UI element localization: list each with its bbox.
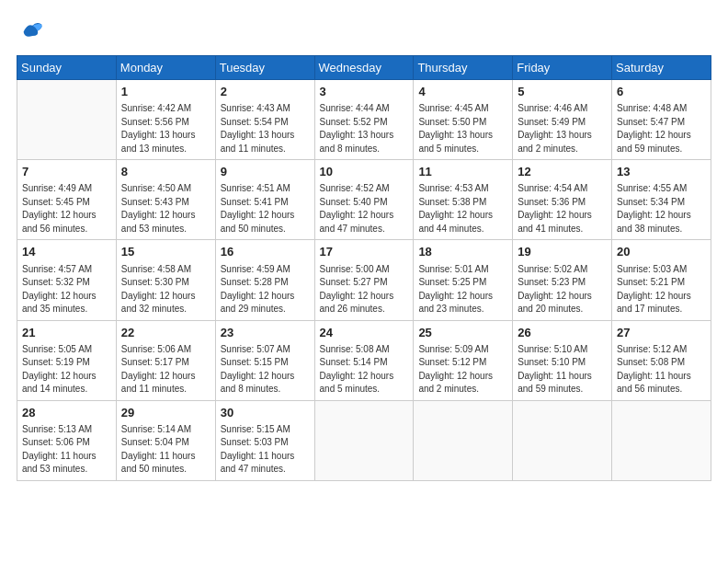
- week-row-1: 1Sunrise: 4:42 AMSunset: 5:56 PMDaylight…: [17, 80, 711, 160]
- day-info: Sunrise: 5:08 AMSunset: 5:14 PMDaylight:…: [320, 343, 409, 396]
- day-info: Sunrise: 4:54 AMSunset: 5:36 PMDaylight:…: [518, 182, 607, 236]
- day-number: 20: [617, 244, 706, 260]
- day-info: Sunrise: 4:43 AMSunset: 5:54 PMDaylight:…: [221, 102, 310, 155]
- day-cell: 25Sunrise: 5:09 AMSunset: 5:12 PMDayligh…: [414, 320, 513, 400]
- day-cell: 21Sunrise: 5:05 AMSunset: 5:19 PMDayligh…: [17, 320, 117, 400]
- day-cell: 27Sunrise: 5:12 AMSunset: 5:08 PMDayligh…: [612, 320, 711, 400]
- weekday-header-sunday: Sunday: [17, 56, 117, 80]
- day-cell: [612, 400, 711, 480]
- day-cell: 10Sunrise: 4:52 AMSunset: 5:40 PMDayligh…: [314, 160, 414, 240]
- day-info: Sunrise: 5:07 AMSunset: 5:15 PMDaylight:…: [221, 343, 310, 396]
- logo-icon: [18, 17, 44, 42]
- day-number: 28: [22, 405, 111, 421]
- day-cell: 8Sunrise: 4:50 AMSunset: 5:43 PMDaylight…: [116, 160, 215, 240]
- day-cell: [414, 400, 513, 480]
- day-number: 7: [22, 164, 111, 180]
- day-info: Sunrise: 5:01 AMSunset: 5:25 PMDaylight:…: [418, 263, 507, 316]
- day-number: 15: [121, 244, 210, 260]
- day-number: 30: [221, 405, 310, 421]
- day-info: Sunrise: 5:10 AMSunset: 5:10 PMDaylight:…: [518, 343, 607, 396]
- day-info: Sunrise: 5:14 AMSunset: 5:04 PMDaylight:…: [121, 423, 210, 477]
- day-cell: 12Sunrise: 4:54 AMSunset: 5:36 PMDayligh…: [513, 160, 612, 240]
- weekday-header-tuesday: Tuesday: [215, 56, 314, 80]
- day-number: 3: [320, 84, 409, 100]
- day-cell: 6Sunrise: 4:48 AMSunset: 5:47 PMDaylight…: [612, 80, 711, 160]
- day-cell: 19Sunrise: 5:02 AMSunset: 5:23 PMDayligh…: [513, 240, 612, 320]
- day-cell: 15Sunrise: 4:58 AMSunset: 5:30 PMDayligh…: [116, 240, 215, 320]
- header: [17, 17, 711, 46]
- day-number: 13: [617, 164, 706, 180]
- day-cell: [17, 80, 117, 160]
- day-number: 5: [518, 84, 607, 100]
- week-row-4: 21Sunrise: 5:05 AMSunset: 5:19 PMDayligh…: [17, 320, 711, 400]
- week-row-5: 28Sunrise: 5:13 AMSunset: 5:06 PMDayligh…: [17, 400, 711, 480]
- day-cell: 9Sunrise: 4:51 AMSunset: 5:41 PMDaylight…: [215, 160, 314, 240]
- day-info: Sunrise: 4:52 AMSunset: 5:40 PMDaylight:…: [320, 182, 409, 236]
- day-number: 11: [418, 164, 507, 180]
- day-cell: 22Sunrise: 5:06 AMSunset: 5:17 PMDayligh…: [116, 320, 215, 400]
- day-number: 16: [221, 244, 310, 260]
- day-info: Sunrise: 5:02 AMSunset: 5:23 PMDaylight:…: [518, 263, 607, 316]
- day-number: 4: [418, 84, 507, 100]
- day-info: Sunrise: 4:49 AMSunset: 5:45 PMDaylight:…: [22, 182, 111, 236]
- day-info: Sunrise: 4:45 AMSunset: 5:50 PMDaylight:…: [418, 102, 507, 155]
- day-info: Sunrise: 4:55 AMSunset: 5:34 PMDaylight:…: [617, 182, 706, 236]
- weekday-header-saturday: Saturday: [612, 56, 711, 80]
- day-info: Sunrise: 4:57 AMSunset: 5:32 PMDaylight:…: [22, 263, 111, 316]
- day-cell: 7Sunrise: 4:49 AMSunset: 5:45 PMDaylight…: [17, 160, 117, 240]
- day-info: Sunrise: 5:03 AMSunset: 5:21 PMDaylight:…: [617, 263, 706, 316]
- day-cell: 18Sunrise: 5:01 AMSunset: 5:25 PMDayligh…: [414, 240, 513, 320]
- day-cell: 11Sunrise: 4:53 AMSunset: 5:38 PMDayligh…: [414, 160, 513, 240]
- day-info: Sunrise: 4:53 AMSunset: 5:38 PMDaylight:…: [418, 182, 507, 236]
- day-info: Sunrise: 4:46 AMSunset: 5:49 PMDaylight:…: [518, 102, 607, 155]
- weekday-header-thursday: Thursday: [414, 56, 513, 80]
- day-info: Sunrise: 5:13 AMSunset: 5:06 PMDaylight:…: [22, 423, 111, 477]
- day-number: 6: [617, 84, 706, 100]
- weekday-header-row: SundayMondayTuesdayWednesdayThursdayFrid…: [17, 56, 711, 80]
- day-cell: 20Sunrise: 5:03 AMSunset: 5:21 PMDayligh…: [612, 240, 711, 320]
- day-number: 21: [22, 325, 111, 341]
- day-number: 24: [320, 325, 409, 341]
- day-cell: 26Sunrise: 5:10 AMSunset: 5:10 PMDayligh…: [513, 320, 612, 400]
- day-info: Sunrise: 4:58 AMSunset: 5:30 PMDaylight:…: [121, 263, 210, 316]
- day-number: 19: [518, 244, 607, 260]
- day-number: 14: [22, 244, 111, 260]
- day-info: Sunrise: 5:00 AMSunset: 5:27 PMDaylight:…: [320, 263, 409, 316]
- day-info: Sunrise: 4:42 AMSunset: 5:56 PMDaylight:…: [121, 102, 210, 155]
- day-number: 1: [121, 84, 210, 100]
- calendar-table: SundayMondayTuesdayWednesdayThursdayFrid…: [17, 55, 711, 481]
- day-cell: 5Sunrise: 4:46 AMSunset: 5:49 PMDaylight…: [513, 80, 612, 160]
- day-info: Sunrise: 5:09 AMSunset: 5:12 PMDaylight:…: [418, 343, 507, 396]
- day-number: 25: [418, 325, 507, 341]
- day-number: 22: [121, 325, 210, 341]
- day-cell: [314, 400, 414, 480]
- day-info: Sunrise: 5:06 AMSunset: 5:17 PMDaylight:…: [121, 343, 210, 396]
- day-info: Sunrise: 4:44 AMSunset: 5:52 PMDaylight:…: [320, 102, 409, 155]
- day-info: Sunrise: 5:15 AMSunset: 5:03 PMDaylight:…: [221, 423, 310, 477]
- day-number: 29: [121, 405, 210, 421]
- day-cell: 24Sunrise: 5:08 AMSunset: 5:14 PMDayligh…: [314, 320, 414, 400]
- day-number: 18: [418, 244, 507, 260]
- day-info: Sunrise: 5:05 AMSunset: 5:19 PMDaylight:…: [22, 343, 111, 396]
- day-cell: 30Sunrise: 5:15 AMSunset: 5:03 PMDayligh…: [215, 400, 314, 480]
- day-number: 9: [221, 164, 310, 180]
- day-cell: 29Sunrise: 5:14 AMSunset: 5:04 PMDayligh…: [116, 400, 215, 480]
- page: SundayMondayTuesdayWednesdayThursdayFrid…: [0, 0, 728, 563]
- day-number: 2: [221, 84, 310, 100]
- day-cell: 1Sunrise: 4:42 AMSunset: 5:56 PMDaylight…: [116, 80, 215, 160]
- day-info: Sunrise: 4:51 AMSunset: 5:41 PMDaylight:…: [221, 182, 310, 236]
- day-number: 17: [320, 244, 409, 260]
- day-cell: 14Sunrise: 4:57 AMSunset: 5:32 PMDayligh…: [17, 240, 117, 320]
- day-cell: 3Sunrise: 4:44 AMSunset: 5:52 PMDaylight…: [314, 80, 414, 160]
- day-number: 12: [518, 164, 607, 180]
- weekday-header-friday: Friday: [513, 56, 612, 80]
- day-cell: 28Sunrise: 5:13 AMSunset: 5:06 PMDayligh…: [17, 400, 117, 480]
- day-number: 23: [221, 325, 310, 341]
- logo: [17, 17, 44, 46]
- day-number: 8: [121, 164, 210, 180]
- weekday-header-monday: Monday: [116, 56, 215, 80]
- day-cell: [513, 400, 612, 480]
- day-cell: 4Sunrise: 4:45 AMSunset: 5:50 PMDaylight…: [414, 80, 513, 160]
- day-number: 10: [320, 164, 409, 180]
- day-number: 27: [617, 325, 706, 341]
